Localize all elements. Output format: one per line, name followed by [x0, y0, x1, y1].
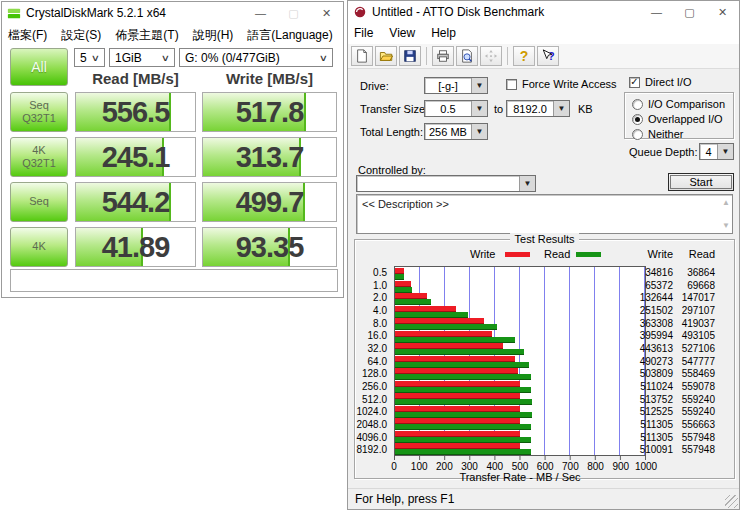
atto-menu-file[interactable]: File	[354, 26, 373, 40]
chart-bar-row	[395, 292, 645, 305]
context-help-button[interactable]: ?	[537, 46, 559, 66]
cdm-read-cell: 41.89	[75, 227, 196, 267]
write-value: 511024	[613, 380, 673, 393]
transfer-to-select[interactable]: 8192.0 ▼	[506, 100, 570, 117]
scroll-down-icon[interactable]: ▼	[722, 221, 730, 230]
start-button[interactable]: Start	[668, 173, 734, 191]
atto-maximize-button[interactable]: ▢	[673, 1, 706, 23]
cdm-app-icon	[7, 6, 21, 20]
description-textarea[interactable]: << Description >> ▲ ▼	[356, 194, 733, 234]
cdm-close-button[interactable]: ✕	[310, 2, 343, 24]
cdm-test-size-select[interactable]: 1GiB ∨	[109, 48, 175, 67]
cdm-test-count-value: 5	[80, 51, 87, 65]
y-tick-label: 1.0	[355, 279, 390, 292]
chart-bar-row	[395, 342, 645, 355]
atto-menu-help[interactable]: Help	[431, 26, 456, 40]
cdm-read-header: Read [MB/s]	[75, 68, 196, 88]
crystaldiskmark-window: CrystalDiskMark 5.2.1 x64 — ▢ ✕ 檔案(F) 設定…	[1, 1, 344, 298]
cdm-minimize-button[interactable]: —	[244, 2, 277, 24]
drive-label: Drive:	[360, 80, 389, 92]
radio-i-o-comparison[interactable]: I/O Comparison	[632, 98, 733, 110]
open-file-button[interactable]	[375, 46, 397, 66]
cdm-test-button-seq[interactable]: Seq	[10, 182, 68, 222]
help-icon: ?	[520, 49, 529, 63]
atto-menubar: File View Help	[348, 23, 739, 44]
queue-depth-select[interactable]: 4 ▼	[699, 143, 734, 160]
cdm-menu-file[interactable]: 檔案(F)	[8, 27, 47, 44]
cdm-comment-input[interactable]	[10, 269, 338, 292]
direct-io-checkbox[interactable]: ✓ Direct I/O	[629, 76, 691, 88]
read-value: 297107	[671, 304, 715, 317]
radio-label: Neither	[648, 128, 683, 140]
cdm-test-button-4k[interactable]: 4K	[10, 227, 68, 267]
print-button[interactable]	[432, 46, 454, 66]
radio-neither[interactable]: Neither	[632, 128, 733, 140]
print-preview-icon	[460, 49, 474, 63]
drive-select[interactable]: [-g-] ▼	[424, 77, 488, 94]
description-placeholder: << Description >>	[362, 198, 449, 210]
cdm-read-value: 544.2	[76, 183, 195, 221]
read-value: 558469	[671, 367, 715, 380]
write-value: 395994	[613, 329, 673, 342]
chevron-down-icon: ▼	[471, 101, 487, 116]
print-preview-button[interactable]	[456, 46, 478, 66]
write-value: 513752	[613, 393, 673, 406]
cdm-titlebar: CrystalDiskMark 5.2.1 x64 — ▢ ✕	[2, 2, 343, 24]
atto-menu-view[interactable]: View	[389, 26, 415, 40]
y-tick-label: 2.0	[355, 291, 390, 304]
controlled-by-select[interactable]: ▼	[356, 175, 536, 192]
cdm-menu-help[interactable]: 說明(H)	[193, 27, 234, 44]
write-value: 443613	[613, 342, 673, 355]
write-value: 510091	[613, 443, 673, 456]
cdm-write-value: 499.7	[203, 183, 336, 221]
cdm-write-cell: 93.35	[202, 227, 337, 267]
cdm-read-value: 41.89	[76, 228, 195, 266]
y-tick-label: 512.0	[355, 393, 390, 406]
read-value: 419037	[671, 317, 715, 330]
y-tick-label: 4.0	[355, 304, 390, 317]
write-value: 251502	[613, 304, 673, 317]
scroll-up-icon[interactable]: ▲	[722, 198, 730, 207]
queue-depth-label: Queue Depth:	[629, 146, 698, 158]
chart-bar-row	[395, 380, 645, 393]
cdm-test-size-value: 1GiB	[115, 51, 142, 65]
cdm-menu-settings[interactable]: 設定(S)	[61, 27, 101, 44]
chart-y-axis-labels: 0.51.02.04.08.016.032.064.0128.0256.0512…	[355, 266, 390, 456]
cdm-test-button-seq-q32t1[interactable]: Seq Q32T1	[10, 92, 68, 132]
io-mode-groupbox: I/O ComparisonOverlapped I/ONeither	[624, 92, 734, 139]
transfer-from-value: 0.5	[425, 103, 471, 115]
print-icon	[436, 49, 450, 63]
toolbar-separator	[426, 47, 427, 65]
read-value: 493105	[671, 329, 715, 342]
save-button[interactable]	[399, 46, 421, 66]
y-tick-label: 2048.0	[355, 418, 390, 431]
resize-grip[interactable]	[725, 495, 738, 508]
chart-bar-row	[395, 417, 645, 430]
transfer-to-value: 8192.0	[507, 103, 553, 115]
cdm-menu-language[interactable]: 語言(Language)	[247, 27, 332, 44]
force-write-access-checkbox[interactable]: Force Write Access	[506, 78, 617, 90]
legend-write-swatch	[505, 252, 530, 257]
atto-minimize-button[interactable]: —	[640, 1, 673, 23]
checkbox-icon: ✓	[629, 77, 640, 88]
radio-icon	[632, 114, 643, 125]
total-length-select[interactable]: 256 MB ▼	[424, 123, 488, 140]
cdm-read-cell: 556.5	[75, 92, 196, 132]
cdm-drive-select[interactable]: G: 0% (0/477GiB) ∨	[179, 48, 333, 67]
transfer-from-select[interactable]: 0.5 ▼	[424, 100, 488, 117]
move-button	[480, 46, 502, 66]
radio-overlapped-i-o[interactable]: Overlapped I/O	[632, 113, 733, 125]
cdm-menu-theme[interactable]: 佈景主題(T)	[115, 27, 178, 44]
atto-close-button[interactable]: ✕	[706, 1, 739, 23]
read-value: 557948	[671, 431, 715, 444]
cdm-read-value: 245.1	[76, 138, 195, 176]
atto-app-icon	[353, 5, 367, 19]
cdm-all-button[interactable]: All	[10, 48, 68, 86]
new-file-button[interactable]	[351, 46, 373, 66]
chart-bar-row	[395, 367, 645, 380]
force-write-access-label: Force Write Access	[522, 78, 617, 90]
cdm-test-count-select[interactable]: 5 ∨	[74, 48, 105, 67]
cdm-write-cell: 313.7	[202, 137, 337, 177]
cdm-test-button-4k-q32t1[interactable]: 4K Q32T1	[10, 137, 68, 177]
help-button[interactable]: ?	[513, 46, 535, 66]
